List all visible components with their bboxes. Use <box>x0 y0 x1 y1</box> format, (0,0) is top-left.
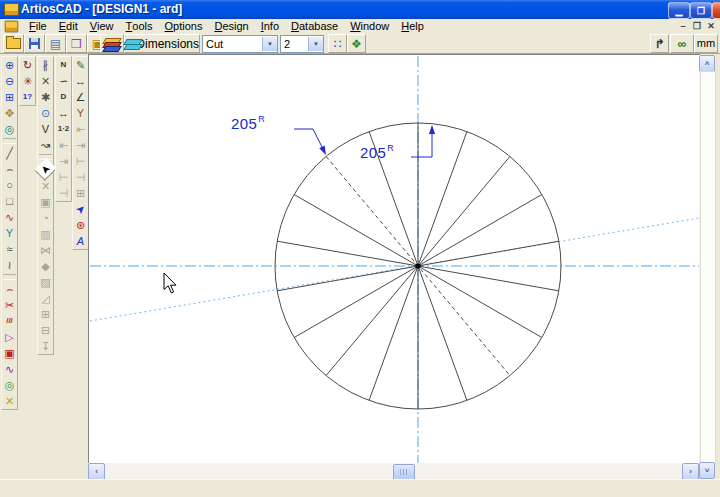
bridge-tool-icon[interactable]: ◎ <box>2 377 17 393</box>
branch-tool-icon[interactable]: Y <box>2 225 17 241</box>
close-button[interactable]: ✕ <box>712 2 720 19</box>
mdi-close-button[interactable]: ✕ <box>704 20 718 32</box>
page-select[interactable]: 2 ▼ <box>280 35 324 53</box>
scroll-left-button[interactable]: ‹ <box>88 463 105 480</box>
menu-window[interactable]: Window <box>344 19 395 33</box>
color-layers-button[interactable] <box>100 34 124 53</box>
angle-icon[interactable]: ∠ <box>73 89 88 105</box>
nick-tool-icon[interactable]: ▣ <box>2 345 17 361</box>
zigzag-tool-icon[interactable]: ∿ <box>2 361 17 377</box>
burst-icon[interactable]: ✳ <box>20 73 35 89</box>
dim-ordinate-icon[interactable]: ⊢ <box>73 153 88 169</box>
scroll-right-button[interactable]: › <box>682 463 699 480</box>
stretch-icon[interactable]: ↔ <box>56 105 71 121</box>
layer-select[interactable]: Cut ▼ <box>202 35 278 53</box>
radius-dimension-label[interactable]: 205R <box>360 144 393 161</box>
bold-arc-icon[interactable]: ⌢ <box>2 281 17 297</box>
delete-icon[interactable]: ✕ <box>38 73 53 89</box>
dim-angle-icon[interactable]: ⊢ <box>56 169 71 185</box>
open-button[interactable] <box>3 34 24 53</box>
conic-tool-icon[interactable]: ∿ <box>2 209 17 225</box>
rebuild-button[interactable]: ❖ <box>347 34 366 53</box>
measure-icon[interactable]: ↔ <box>73 73 88 89</box>
copy-icon[interactable]: ▥ <box>38 226 53 242</box>
chevron-down-icon[interactable]: ▼ <box>308 37 323 51</box>
group-icon[interactable]: ▣ <box>38 194 53 210</box>
branch-y-icon[interactable]: Y <box>73 105 88 121</box>
snap-options-button[interactable]: ∷ <box>328 34 347 53</box>
blend-icon[interactable]: D <box>56 89 71 105</box>
menu-options[interactable]: Options <box>159 19 209 33</box>
menu-design[interactable]: Design <box>208 19 254 33</box>
line-tool-icon[interactable]: ╱ <box>2 145 17 161</box>
freehand-icon[interactable]: ↝ <box>38 137 53 153</box>
corner-icon[interactable]: N <box>56 57 71 73</box>
rotate-icon[interactable]: ↻ <box>20 57 35 73</box>
polyline-tool-icon[interactable]: ≀ <box>2 257 17 273</box>
dim-chain-icon[interactable]: ⇤ <box>73 121 88 137</box>
align-icon[interactable]: ⊟ <box>38 322 53 338</box>
dim-baseline-icon[interactable]: ⇥ <box>73 137 88 153</box>
mirror-icon[interactable]: ⋈ <box>38 242 53 258</box>
scroll-up-button[interactable]: ˄ <box>699 55 715 72</box>
fill-icon[interactable]: ⊞ <box>38 306 53 322</box>
knife-icon[interactable]: ∦ <box>38 57 53 73</box>
menu-tools[interactable]: Tools <box>120 19 159 33</box>
show-hide-icon[interactable]: ◎ <box>2 121 17 137</box>
scroll-down-button[interactable]: ˅ <box>699 462 715 479</box>
cross-tool-icon[interactable]: ✕ <box>2 393 17 409</box>
dimensions-button[interactable]: Dimensions <box>124 34 200 53</box>
one-two-icon[interactable]: 1·2 <box>56 121 71 137</box>
hatch-icon[interactable]: /// <box>2 313 17 329</box>
menu-database[interactable]: Database <box>285 19 344 33</box>
menu-info[interactable]: Info <box>255 19 285 33</box>
delete-selection-icon[interactable]: ✕ <box>38 178 53 194</box>
mdi-minimize-button[interactable]: – <box>676 20 690 32</box>
zoom-out-icon[interactable]: ⊖ <box>2 73 17 89</box>
pan-icon[interactable]: ✥ <box>2 105 17 121</box>
vertical-scroll-thumb[interactable] <box>700 71 716 464</box>
dim-radius-icon[interactable]: ⊣ <box>56 185 71 201</box>
menu-file[interactable]: File <box>23 19 53 33</box>
chevron-down-icon[interactable]: ▼ <box>262 37 277 51</box>
horizontal-scrollbar[interactable]: ‹ › <box>88 463 699 479</box>
center-point-icon[interactable]: ⊙ <box>38 105 53 121</box>
menu-view[interactable]: View <box>84 19 120 33</box>
plot-button[interactable]: ❒ <box>66 34 87 53</box>
save-button[interactable] <box>24 34 45 53</box>
minimize-button[interactable]: ▁ <box>668 2 690 19</box>
vertical-scrollbar[interactable]: ˄ ˅ <box>699 55 715 479</box>
spec-output-button[interactable]: ▤ <box>45 34 66 53</box>
trim-icon[interactable]: ✱ <box>38 89 53 105</box>
zoom-in-icon[interactable]: ⊕ <box>2 57 17 73</box>
circle-tool-icon[interactable]: ○ <box>2 177 17 193</box>
scissors-icon[interactable]: ✂ <box>2 297 17 313</box>
fillet-icon[interactable]: ∽ <box>56 73 71 89</box>
dim-vertical-icon[interactable]: ⇥ <box>56 153 71 169</box>
scale-icon[interactable]: ▨ <box>38 274 53 290</box>
restore-button[interactable]: ❐ <box>690 2 712 19</box>
pen-icon[interactable]: ✎ <box>73 57 88 73</box>
move-icon[interactable]: ◔ <box>38 210 53 226</box>
sequence-icon[interactable]: ↧ <box>38 338 53 354</box>
horizontal-scroll-thumb[interactable] <box>393 464 415 480</box>
shear-icon[interactable]: ◿ <box>38 290 53 306</box>
rectangle-tool-icon[interactable]: □ <box>2 193 17 209</box>
menu-edit[interactable]: Edit <box>53 19 84 33</box>
rotate-sel-icon[interactable]: ◆ <box>38 258 53 274</box>
check-dims-icon[interactable]: 1? <box>20 89 35 105</box>
arc-tool-icon[interactable]: ⌢ <box>2 161 17 177</box>
nodes-icon[interactable]: V <box>38 121 53 137</box>
menu-help[interactable]: Help <box>395 19 430 33</box>
drawing-canvas[interactable]: 205R 205R <box>88 54 700 464</box>
zoom-extents-icon[interactable]: ⊞ <box>2 89 17 105</box>
pointer-tool-button[interactable]: ↱ <box>650 34 669 53</box>
find-button[interactable]: ∞ <box>670 34 694 53</box>
wave-tool-icon[interactable]: ≈ <box>2 241 17 257</box>
perf-tool-icon[interactable]: ▷ <box>2 329 17 345</box>
mdi-restore-button[interactable]: ❐ <box>690 20 704 32</box>
dim-leader-icon[interactable]: ⊣ <box>73 169 88 185</box>
units-button[interactable]: mm <box>694 34 718 53</box>
text-italic-icon[interactable]: A <box>73 233 88 249</box>
radius-dimension-label[interactable]: 205R <box>231 115 264 132</box>
